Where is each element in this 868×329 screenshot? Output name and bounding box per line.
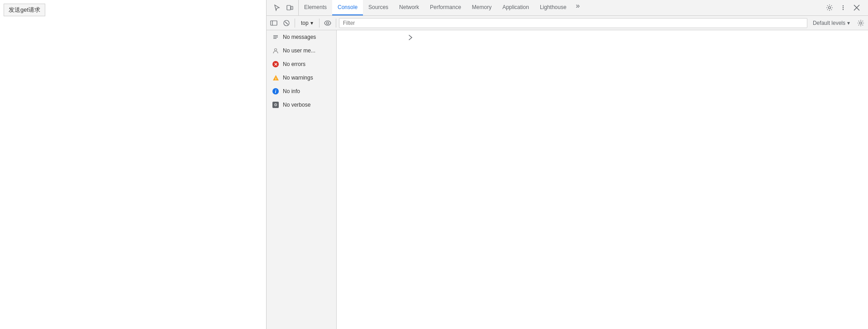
info-icon: i — [272, 88, 279, 95]
clear-console-button[interactable] — [281, 18, 292, 28]
console-toolbar: top ▾ Default levels ▾ — [267, 16, 868, 30]
devtools-tab-bar: Elements Console Sources Network Perform… — [267, 0, 868, 16]
devtools-tabs: Elements Console Sources Network Perform… — [299, 0, 820, 15]
messages-icon — [272, 33, 279, 41]
devtools-top-right-icons — [820, 2, 866, 14]
svg-point-15 — [275, 49, 277, 51]
toolbar-divider — [295, 19, 295, 28]
sidebar-item-warnings-label: No warnings — [283, 75, 313, 81]
svg-rect-0 — [287, 5, 291, 10]
devtools-panel: Elements Console Sources Network Perform… — [266, 0, 868, 329]
tab-application[interactable]: Application — [497, 0, 534, 15]
tab-network[interactable]: Network — [394, 0, 424, 15]
context-selector[interactable]: top ▾ — [298, 18, 316, 28]
user-icon — [272, 47, 279, 54]
console-settings-button[interactable] — [855, 18, 866, 28]
close-devtools-button[interactable] — [851, 2, 863, 14]
svg-text:!: ! — [275, 77, 277, 81]
levels-dropdown-arrow: ▾ — [847, 20, 850, 26]
device-toolbar-button[interactable] — [284, 2, 296, 14]
svg-point-5 — [843, 9, 844, 10]
sidebar-toggle-button[interactable] — [268, 18, 279, 28]
sidebar-item-verbose-label: No verbose — [283, 102, 310, 108]
sidebar-item-user-messages-label: No user me... — [283, 47, 315, 54]
devtools-left-icons — [268, 0, 299, 15]
log-levels-button[interactable]: Default levels ▾ — [809, 18, 854, 28]
tab-sources[interactable]: Sources — [363, 0, 394, 15]
console-main-area[interactable] — [337, 30, 868, 329]
sidebar-item-warnings[interactable]: ! No warnings — [267, 71, 336, 85]
live-expression-button[interactable] — [322, 18, 333, 28]
svg-point-2 — [829, 7, 831, 9]
sidebar-item-errors-label: No errors — [283, 61, 305, 67]
toolbar-divider-3 — [336, 19, 336, 28]
svg-point-3 — [843, 5, 844, 6]
tab-elements[interactable]: Elements — [299, 0, 332, 15]
sidebar-item-all-messages-label: No messages — [283, 34, 316, 40]
customize-devtools-button[interactable] — [837, 2, 849, 14]
tab-memory[interactable]: Memory — [467, 0, 497, 15]
svg-rect-6 — [271, 21, 277, 25]
filter-input[interactable] — [339, 18, 807, 28]
sidebar-item-verbose[interactable]: ⚙ No verbose — [267, 98, 336, 112]
console-sidebar: No messages No user me... ✕ No — [267, 30, 337, 329]
warning-icon: ! — [272, 74, 279, 81]
context-value: top — [301, 20, 309, 26]
verbose-icon: ⚙ — [272, 101, 279, 108]
tab-console[interactable]: Console — [332, 0, 363, 15]
settings-gear-button[interactable] — [824, 2, 835, 14]
sidebar-expand-toggle[interactable] — [407, 34, 414, 41]
console-body: No messages No user me... ✕ No — [267, 30, 868, 329]
context-dropdown-arrow: ▾ — [310, 20, 313, 26]
svg-line-9 — [285, 22, 288, 24]
send-get-request-button[interactable]: 发送get请求 — [4, 4, 45, 16]
sidebar-item-info-label: No info — [283, 88, 300, 94]
inspect-element-button[interactable] — [271, 2, 283, 14]
sidebar-item-errors[interactable]: ✕ No errors — [267, 57, 336, 71]
levels-label: Default levels — [813, 20, 845, 26]
more-tabs-button[interactable]: » — [572, 0, 584, 12]
sidebar-item-user-messages[interactable]: No user me... — [267, 44, 336, 57]
sidebar-item-info[interactable]: i No info — [267, 85, 336, 98]
tab-lighthouse[interactable]: Lighthouse — [534, 0, 572, 15]
svg-point-4 — [843, 7, 844, 8]
tab-performance[interactable]: Performance — [424, 0, 467, 15]
toolbar-divider-2 — [319, 19, 320, 28]
svg-point-11 — [860, 22, 862, 24]
error-icon: ✕ — [272, 61, 279, 68]
svg-rect-1 — [291, 6, 293, 9]
svg-point-10 — [326, 22, 329, 24]
sidebar-item-all-messages[interactable]: No messages — [267, 30, 336, 44]
